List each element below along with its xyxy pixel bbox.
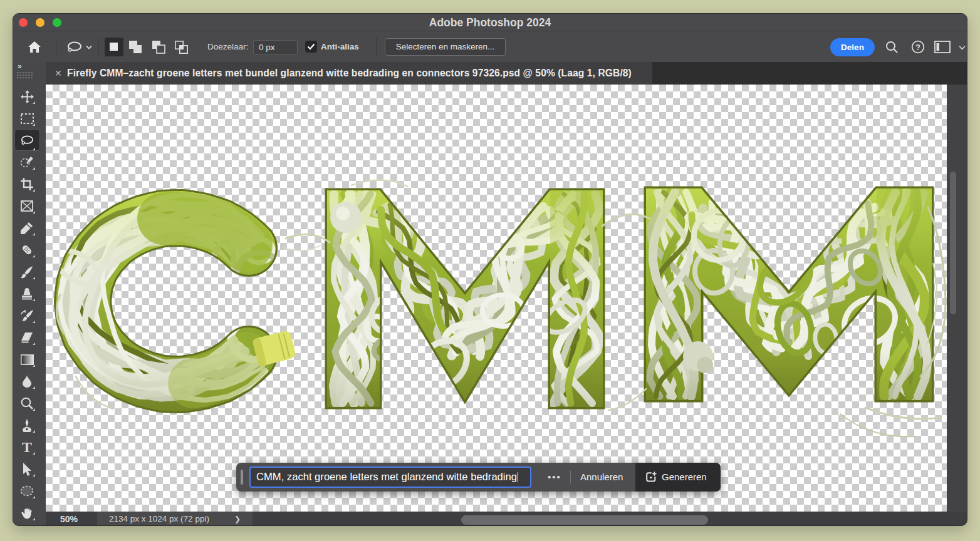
svg-text:?: ?: [915, 43, 920, 52]
svg-text:T: T: [22, 441, 32, 454]
